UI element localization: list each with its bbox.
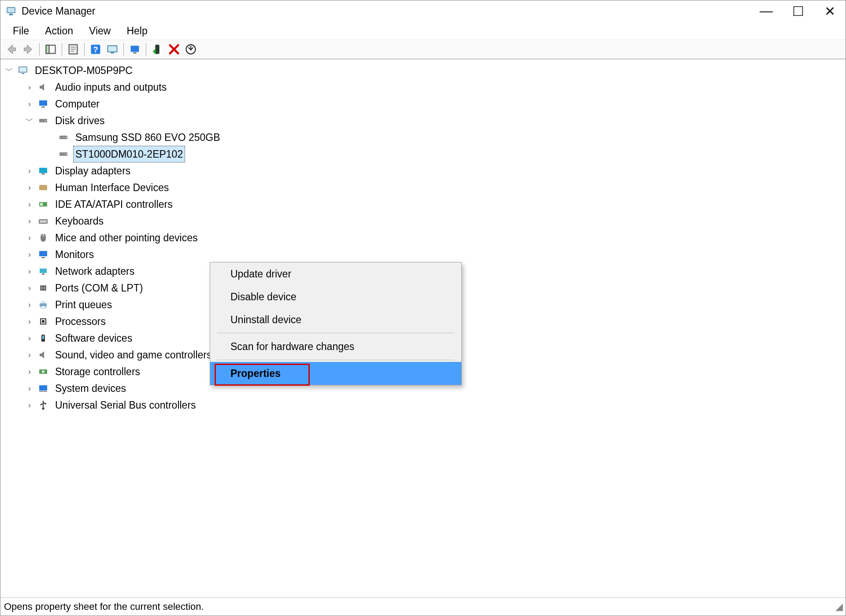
chevron-right-icon[interactable]: › [25,334,34,343]
chevron-right-icon[interactable]: › [25,200,34,209]
update-driver-button[interactable] [128,43,141,56]
svg-rect-53 [39,385,47,391]
svg-point-55 [42,408,45,410]
monitor-icon [37,249,49,260]
chevron-down-icon[interactable]: ﹀ [5,66,14,75]
chevron-right-icon[interactable]: › [25,300,34,309]
chevron-right-icon[interactable]: › [25,284,34,292]
ctx-scan-hardware[interactable]: Scan for hardware changes [210,335,461,358]
svg-rect-40 [42,273,45,275]
svg-rect-14 [134,52,137,53]
help-button[interactable]: ? [89,43,102,56]
tree-category[interactable]: › Computer [25,96,846,112]
svg-rect-46 [41,306,45,308]
chevron-right-icon[interactable]: › [25,166,34,175]
svg-rect-6 [70,47,76,48]
svg-rect-13 [131,46,139,52]
titlebar[interactable]: Device Manager — ☐ ✕ [0,0,846,22]
resize-grip-icon[interactable]: ◢ [831,601,843,612]
enable-device-button[interactable] [151,43,164,56]
svg-point-28 [66,154,67,155]
tree-category[interactable]: › Audio inputs and outputs [25,79,846,96]
back-button[interactable] [5,43,18,56]
close-button[interactable]: ✕ [814,0,846,22]
tree-category[interactable]: › Keyboards [25,213,846,229]
svg-text:?: ? [93,45,98,54]
menu-help[interactable]: Help [119,23,155,39]
tree-category[interactable]: › IDE ATA/ATAPI controllers [25,196,846,213]
speaker-icon [37,81,49,93]
uninstall-device-button[interactable] [167,43,181,56]
chevron-right-icon[interactable]: › [25,367,34,376]
toolbar-separator [146,43,146,55]
ctx-disable-device[interactable]: Disable device [210,285,461,308]
chevron-right-icon[interactable]: › [25,267,34,276]
scan-hardware-button[interactable] [106,43,119,56]
chevron-right-icon[interactable]: › [25,317,34,326]
tree-category[interactable]: › Mice and other pointing devices [25,229,846,246]
ctx-properties[interactable]: Properties [210,362,461,385]
toolbar: ? [0,40,846,59]
printer-icon [37,299,49,310]
chevron-right-icon[interactable]: › [25,217,34,225]
computer-icon [17,65,29,76]
tree-root-label: DESKTOP-M05P9PC [33,63,134,78]
window-controls: — ☐ ✕ [750,0,846,22]
svg-rect-21 [39,100,47,106]
chevron-right-icon[interactable]: › [25,233,34,242]
show-hide-tree-button[interactable] [44,43,57,56]
network-adapter-icon [37,266,49,277]
tree-device[interactable]: › Samsung SSD 860 EVO 250GB [45,129,846,146]
ctx-update-driver[interactable]: Update driver [210,262,461,285]
menubar: File Action View Help [0,22,846,40]
menu-file[interactable]: File [5,23,37,39]
chevron-right-icon[interactable]: › [25,183,34,192]
disk-icon [58,148,69,160]
tree-category-disk-drives[interactable]: ﹀ Disk drives [25,112,846,129]
minimize-button[interactable]: — [750,0,782,22]
chevron-right-icon[interactable]: › [25,401,34,409]
chevron-right-icon[interactable]: › [25,250,34,259]
tree-category[interactable]: › Display adapters [25,162,846,179]
svg-rect-1 [10,14,12,15]
menu-action[interactable]: Action [37,23,81,39]
toolbar-separator [62,43,62,55]
chevron-right-icon[interactable]: › [25,83,34,92]
tree-category[interactable]: › Monitors [25,246,846,263]
chevron-down-icon[interactable]: ﹀ [25,116,34,125]
svg-point-24 [45,120,47,122]
port-icon [37,282,49,294]
forward-button[interactable] [22,43,35,56]
svg-point-26 [66,137,67,138]
svg-rect-57 [45,403,46,404]
tree-category[interactable]: › Universal Serial Bus controllers [25,397,846,413]
chevron-right-icon[interactable]: › [25,100,34,108]
properties-button[interactable] [67,43,80,56]
device-manager-window: Device Manager — ☐ ✕ File Action View He… [0,0,846,616]
tree-category[interactable]: › Human Interface Devices [25,179,846,196]
maximize-button[interactable]: ☐ [782,0,814,22]
chevron-right-icon[interactable]: › [25,384,34,393]
svg-rect-15 [155,45,159,54]
device-tree-panel[interactable]: ﹀ DESKTOP-M05P9PC › Audio inputs and out… [0,59,846,598]
usb-icon [37,399,49,411]
mouse-icon [37,232,49,243]
ide-controller-icon [37,199,49,210]
tree-device-selected[interactable]: › ST1000DM010-2EP102 [45,146,846,162]
svg-rect-50 [42,336,44,339]
tree-root[interactable]: ﹀ DESKTOP-M05P9PC [5,62,846,79]
disk-icon [37,115,49,126]
keyboard-icon [37,215,49,227]
disable-device-button[interactable] [184,43,197,56]
svg-rect-11 [108,46,117,52]
toolbar-separator [84,43,85,55]
window-title: Device Manager [22,5,750,17]
svg-rect-45 [41,301,45,303]
svg-rect-0 [7,7,15,13]
chevron-right-icon[interactable]: › [25,350,34,359]
svg-point-52 [42,370,45,373]
menu-view[interactable]: View [81,23,119,39]
svg-rect-30 [41,173,45,174]
ctx-uninstall-device[interactable]: Uninstall device [210,308,461,331]
display-adapter-icon [37,165,49,177]
